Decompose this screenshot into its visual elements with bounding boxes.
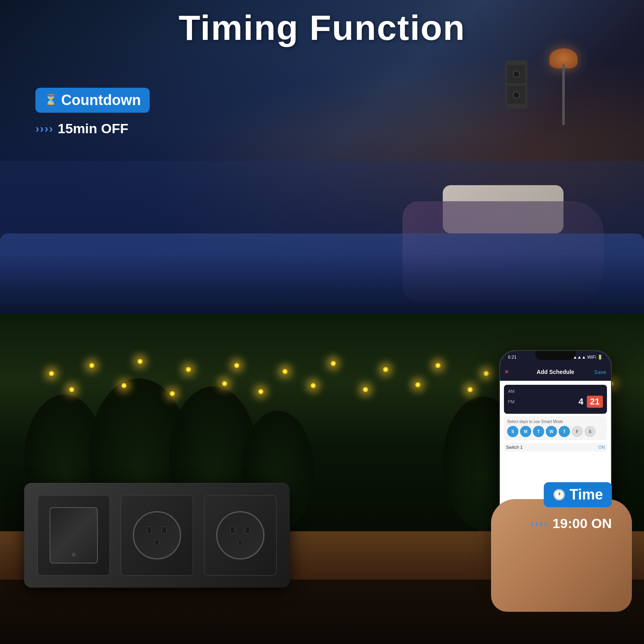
timer-info-top: 15min OFF — [58, 121, 128, 136]
time-chevron-3: › — [539, 517, 543, 530]
light-dot — [310, 382, 316, 389]
light-dot — [330, 360, 336, 367]
light-dot — [233, 362, 240, 369]
light-dot — [282, 368, 288, 375]
day-btn-s1[interactable]: S — [507, 426, 518, 437]
phone-time: 6:21 — [508, 355, 516, 359]
time-minute: 21 — [587, 396, 603, 408]
day-btn-s2[interactable]: S — [584, 426, 596, 437]
light-dot — [362, 386, 369, 393]
light-dot — [415, 382, 421, 388]
bottom-section: 6:21 ▲▲▲ WiFi 🔋 × Add Schedule Save AM — [0, 314, 644, 644]
time-info-bottom: 19:00 ON — [553, 516, 612, 531]
light-dot — [48, 370, 55, 377]
time-hour: 4 — [578, 396, 583, 407]
arrow-chevrons: › › › › — [35, 122, 53, 135]
days-section: Select days to use Smart Mode S M T W T … — [504, 416, 607, 440]
phone-header: × Add Schedule Save — [500, 363, 611, 381]
days-row: S M T W T F S — [507, 426, 604, 437]
top-section: Timing Function ⏳ Countdown › › › › 15mi… — [0, 0, 644, 314]
time-picker: AM PM 4 21 — [504, 385, 607, 414]
socket-pin-2 — [162, 526, 167, 534]
socket-unit-1 — [507, 65, 525, 83]
light-dot — [185, 366, 192, 373]
phone-close-button[interactable]: × — [505, 368, 508, 376]
socket-hole-1 — [513, 70, 520, 78]
socket-pin-3 — [230, 526, 235, 534]
light-dot — [221, 380, 228, 387]
light-dot — [467, 386, 473, 393]
eu-socket-1 — [133, 511, 181, 559]
phone-switch-value: ON — [599, 445, 605, 450]
socket-pin-1 — [147, 526, 152, 534]
time-chevron-2: › — [535, 517, 539, 530]
socket-pin-4 — [245, 526, 250, 534]
phone-switch-row: Switch 1 ON — [504, 443, 607, 452]
light-dot — [68, 386, 75, 393]
light-dot — [89, 362, 95, 369]
socket-ground-2 — [238, 540, 243, 545]
clock-icon: 🕐 — [553, 489, 566, 501]
arrows-row: › › › › 15min OFF — [35, 121, 128, 136]
days-label: Select days to use Smart Mode — [507, 419, 604, 424]
day-btn-t1[interactable]: T — [533, 426, 544, 437]
time-arrow-chevrons: › › › › — [530, 517, 547, 530]
page-title: Timing Function — [0, 7, 644, 48]
light-dot — [258, 388, 264, 395]
smart-panel — [24, 483, 290, 588]
light-dot — [169, 390, 175, 397]
socket-pins-top — [147, 526, 167, 534]
socket-module-1 — [121, 495, 193, 576]
socket-hole-2 — [513, 91, 520, 99]
time-arrows-row: › › › › 19:00 ON — [530, 516, 612, 531]
hourglass-icon: ⏳ — [44, 94, 57, 107]
chevron-4: › — [49, 122, 53, 135]
time-chevron-1: › — [530, 517, 534, 530]
time-pm-label: PM — [508, 399, 515, 404]
time-row-am: AM — [508, 389, 603, 394]
top-dark-overlay — [0, 254, 644, 314]
phone-switch-label: Switch 1 — [506, 445, 523, 450]
chevron-1: › — [35, 122, 39, 135]
title-text: Timing Function — [179, 8, 466, 47]
smartphone: 6:21 ▲▲▲ WiFi 🔋 × Add Schedule Save AM — [491, 350, 620, 612]
phone-signal: ▲▲▲ WiFi 🔋 — [573, 355, 603, 360]
socket-module-2 — [204, 495, 277, 576]
time-chevron-4: › — [544, 517, 547, 530]
day-btn-m[interactable]: M — [520, 426, 531, 437]
eu-socket-2 — [216, 511, 264, 559]
phone-save-button[interactable]: Save — [594, 369, 606, 375]
time-badge-label: Time — [570, 486, 603, 503]
light-dot — [483, 370, 489, 377]
day-btn-t2[interactable]: T — [559, 426, 570, 437]
switch-module — [37, 495, 110, 576]
time-badge[interactable]: 🕐 Time — [544, 482, 612, 507]
switch-button[interactable] — [50, 507, 98, 564]
socket-unit-2 — [507, 86, 525, 104]
countdown-label: Countdown — [61, 92, 141, 109]
lamp-pole — [562, 64, 565, 125]
light-dot — [435, 362, 441, 369]
phone-notch — [535, 351, 576, 360]
bedroom-lamp — [547, 48, 580, 129]
chevron-2: › — [40, 122, 43, 135]
countdown-badge[interactable]: ⏳ Countdown — [35, 88, 150, 113]
light-dot — [382, 366, 389, 373]
light-dot — [137, 358, 143, 365]
day-btn-f[interactable]: F — [572, 426, 583, 437]
time-am-label: AM — [508, 389, 515, 394]
day-btn-w[interactable]: W — [546, 426, 557, 437]
light-dot — [121, 382, 127, 389]
page-wrapper: Timing Function ⏳ Countdown › › › › 15mi… — [0, 0, 644, 644]
socket-ground — [155, 540, 159, 545]
time-pm-values: 4 21 — [578, 396, 603, 408]
chevron-3: › — [45, 122, 48, 135]
phone-header-title: Add Schedule — [537, 369, 574, 375]
wall-socket-top — [505, 60, 527, 109]
socket-pins-top-2 — [230, 526, 250, 534]
time-row-pm: PM 4 21 — [508, 396, 603, 408]
switch-dot — [72, 553, 76, 557]
